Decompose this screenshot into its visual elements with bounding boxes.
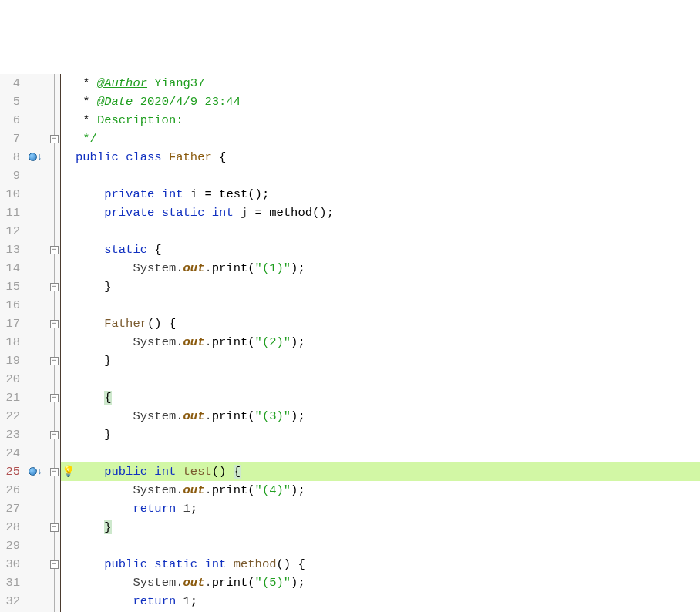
code-line[interactable]: 23− }	[0, 425, 700, 444]
fold-gutter[interactable]: −	[48, 388, 60, 407]
gutter-marker[interactable]	[23, 592, 48, 610]
lightbulb-icon[interactable]: 💡	[62, 466, 75, 478]
gutter-marker[interactable]	[23, 277, 48, 296]
gutter-marker[interactable]	[23, 74, 48, 92]
gutter-marker[interactable]	[23, 481, 48, 499]
fold-gutter[interactable]: −	[48, 129, 60, 148]
gutter-marker[interactable]	[23, 129, 48, 148]
fold-gutter[interactable]: −	[48, 240, 60, 259]
code-text[interactable]: {	[76, 388, 700, 407]
code-line[interactable]: 9	[0, 166, 700, 185]
gutter-marker[interactable]	[23, 203, 48, 222]
gutter-marker[interactable]	[23, 555, 48, 573]
gutter-marker[interactable]: ↓	[23, 462, 48, 481]
fold-gutter[interactable]: −	[48, 518, 60, 536]
code-line[interactable]: 21− {	[0, 388, 700, 407]
code-line[interactable]: 17− Father() {	[0, 314, 700, 333]
code-editor[interactable]: 4 * @Author Yiang375 * @Date 2020/4/9 23…	[0, 74, 700, 612]
fold-gutter[interactable]	[48, 592, 60, 610]
fold-gutter[interactable]	[48, 444, 60, 462]
code-text[interactable]: System.out.print("(3)");	[76, 407, 700, 425]
gutter-marker[interactable]	[23, 185, 48, 203]
code-line[interactable]: 4 * @Author Yiang37	[0, 74, 700, 92]
code-line[interactable]: 32 return 1;	[0, 592, 700, 610]
code-line[interactable]: 19− }	[0, 351, 700, 370]
fold-gutter[interactable]	[48, 222, 60, 240]
code-text[interactable]: System.out.print("(4)");	[76, 481, 700, 499]
code-line[interactable]: 14 System.out.print("(1)");	[0, 259, 700, 277]
fold-gutter[interactable]	[48, 203, 60, 222]
fold-open-icon[interactable]: −	[50, 320, 59, 328]
code-text[interactable]	[76, 166, 700, 185]
code-line[interactable]: 29	[0, 536, 700, 555]
code-text[interactable]	[76, 222, 700, 240]
fold-gutter[interactable]: −	[48, 351, 60, 370]
code-text[interactable]: private int i = test();	[76, 185, 700, 203]
code-text[interactable]: return 1;	[76, 499, 700, 518]
fold-close-icon[interactable]: −	[50, 357, 59, 365]
code-line[interactable]: 13− static {	[0, 240, 700, 259]
fold-open-icon[interactable]: −	[50, 468, 59, 476]
code-text[interactable]: static {	[76, 240, 700, 259]
code-text[interactable]: }	[76, 351, 700, 370]
code-line[interactable]: 15− }	[0, 277, 700, 296]
gutter-marker[interactable]	[23, 573, 48, 592]
gutter-marker[interactable]	[23, 92, 48, 111]
code-text[interactable]: System.out.print("(2)");	[76, 333, 700, 351]
code-text[interactable]: System.out.print("(1)");	[76, 259, 700, 277]
code-text[interactable]: public static int method() {	[76, 555, 700, 573]
code-line[interactable]: 28− }	[0, 518, 700, 536]
gutter-marker[interactable]: ↓	[23, 148, 48, 166]
code-line[interactable]: 31 System.out.print("(5)");	[0, 573, 700, 592]
code-text[interactable]: private static int j = method();	[76, 203, 700, 222]
fold-gutter[interactable]	[48, 370, 60, 388]
fold-close-icon[interactable]: −	[50, 431, 59, 439]
code-line[interactable]: 16	[0, 296, 700, 314]
code-text[interactable]: public class Father {	[76, 148, 700, 166]
code-text[interactable]	[76, 370, 700, 388]
gutter-marker[interactable]	[23, 166, 48, 185]
fold-gutter[interactable]	[48, 573, 60, 592]
code-text[interactable]	[76, 444, 700, 462]
gutter-marker[interactable]	[23, 370, 48, 388]
code-text[interactable]: }	[76, 277, 700, 296]
gutter-marker[interactable]	[23, 259, 48, 277]
fold-gutter[interactable]	[48, 74, 60, 92]
code-line[interactable]: 25↓−💡 public int test() {	[0, 462, 700, 481]
code-line[interactable]: 8↓public class Father {	[0, 148, 700, 166]
fold-open-icon[interactable]: −	[50, 560, 59, 569]
breakpoint-icon[interactable]	[29, 153, 37, 161]
code-text[interactable]	[76, 296, 700, 314]
code-text[interactable]: }	[76, 425, 700, 444]
fold-gutter[interactable]: −	[48, 462, 60, 481]
fold-gutter[interactable]	[48, 185, 60, 203]
fold-gutter[interactable]: −	[48, 277, 60, 296]
fold-gutter[interactable]	[48, 148, 60, 166]
gutter-marker[interactable]	[23, 388, 48, 407]
code-line[interactable]: 5 * @Date 2020/4/9 23:44	[0, 92, 700, 111]
code-line[interactable]: 10 private int i = test();	[0, 185, 700, 203]
code-text[interactable]: */	[76, 129, 700, 148]
fold-gutter[interactable]: −	[48, 314, 60, 333]
code-line[interactable]: 20	[0, 370, 700, 388]
code-text[interactable]: System.out.print("(5)");	[76, 573, 700, 592]
code-line[interactable]: 11 private static int j = method();	[0, 203, 700, 222]
fold-gutter[interactable]: −	[48, 555, 60, 573]
code-line[interactable]: 27 return 1;	[0, 499, 700, 518]
code-line[interactable]: 26 System.out.print("(4)");	[0, 481, 700, 499]
fold-gutter[interactable]	[48, 111, 60, 129]
breakpoint-icon[interactable]	[29, 467, 37, 476]
gutter-marker[interactable]	[23, 536, 48, 555]
gutter-marker[interactable]	[23, 518, 48, 536]
code-line[interactable]: 22 System.out.print("(3)");	[0, 407, 700, 425]
gutter-marker[interactable]	[23, 499, 48, 518]
intention-gutter[interactable]: 💡	[60, 462, 76, 481]
gutter-marker[interactable]	[23, 111, 48, 129]
fold-close-icon[interactable]: −	[50, 135, 59, 143]
code-text[interactable]	[76, 536, 700, 555]
gutter-marker[interactable]	[23, 407, 48, 425]
fold-gutter[interactable]	[48, 499, 60, 518]
fold-gutter[interactable]	[48, 407, 60, 425]
gutter-marker[interactable]	[23, 314, 48, 333]
code-line[interactable]: 12	[0, 222, 700, 240]
